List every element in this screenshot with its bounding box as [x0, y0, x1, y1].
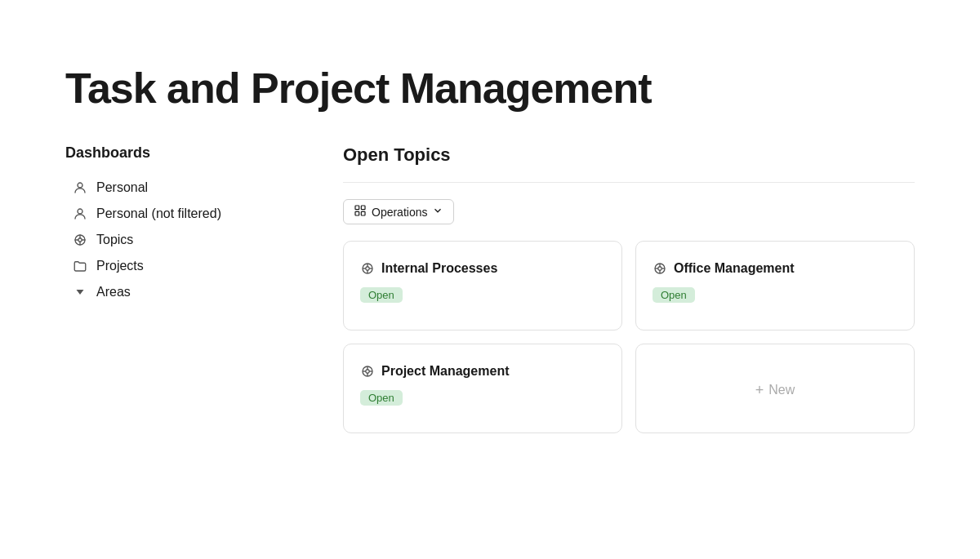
svg-point-25 [366, 370, 370, 374]
cards-grid: Internal Processes Open [343, 241, 915, 433]
sidebar-item-personal-not-filtered-label: Personal (not filtered) [96, 206, 221, 221]
card-internal-processes[interactable]: Internal Processes Open [343, 241, 622, 331]
status-badge-internal-processes: Open [360, 287, 403, 303]
svg-rect-12 [361, 212, 365, 216]
new-card-label: New [768, 383, 795, 397]
status-badge-project-management: Open [360, 390, 403, 406]
card-office-management[interactable]: Office Management Open [635, 241, 915, 331]
svg-rect-10 [361, 206, 365, 210]
svg-point-1 [78, 209, 82, 214]
sidebar-heading: Dashboards [65, 144, 278, 162]
sidebar-item-personal[interactable]: Personal [65, 175, 278, 201]
filter-bar: Operations [343, 199, 915, 224]
svg-rect-9 [355, 206, 359, 210]
topic-icon-office-management [653, 261, 667, 276]
content-area: Dashboards Personal [65, 144, 915, 433]
sidebar-item-topics[interactable]: Topics [65, 227, 278, 253]
sidebar-item-projects-label: Projects [96, 259, 144, 273]
svg-point-13 [366, 267, 370, 271]
card-title-office-management: Office Management [674, 261, 795, 276]
person-icon [72, 180, 88, 196]
filter-label: Operations [372, 206, 427, 219]
sidebar-item-personal-not-filtered[interactable]: Personal (not filtered) [65, 201, 278, 227]
svg-point-0 [78, 183, 82, 188]
card-title-project-management: Project Management [381, 364, 509, 379]
section-heading: Open Topics [343, 144, 915, 166]
chevron-down-icon [432, 205, 443, 219]
card-title-internal-processes: Internal Processes [381, 261, 497, 276]
projects-icon [72, 258, 88, 274]
svg-marker-8 [77, 290, 84, 295]
sidebar-item-areas[interactable]: Areas [65, 279, 278, 305]
card-title-row-office-management: Office Management [653, 261, 898, 276]
sidebar-item-areas-label: Areas [96, 285, 131, 299]
grid-icon [354, 204, 367, 220]
page-title: Task and Project Management [65, 65, 915, 112]
sidebar-item-projects[interactable]: Projects [65, 253, 278, 279]
topic-icon-internal-processes [360, 261, 375, 276]
svg-rect-11 [355, 212, 359, 216]
card-project-management[interactable]: Project Management Open [343, 344, 622, 433]
card-title-row-internal-processes: Internal Processes [360, 261, 605, 276]
card-title-row-project-management: Project Management [360, 364, 605, 379]
status-badge-office-management: Open [653, 287, 695, 303]
topic-icon-project-management [360, 364, 375, 379]
sidebar: Dashboards Personal [65, 144, 278, 305]
page-container: Task and Project Management Dashboards P… [0, 0, 980, 466]
person-icon-2 [72, 206, 88, 222]
operations-filter-button[interactable]: Operations [343, 199, 454, 224]
svg-point-19 [658, 267, 662, 271]
card-new[interactable]: + New [635, 344, 915, 433]
plus-icon: + [755, 382, 764, 399]
triangle-icon [72, 284, 88, 300]
main-content: Open Topics Operations [343, 144, 915, 433]
sidebar-item-topics-label: Topics [96, 233, 133, 247]
sidebar-item-personal-label: Personal [96, 180, 148, 195]
section-divider [343, 182, 915, 183]
topics-icon [72, 232, 88, 248]
